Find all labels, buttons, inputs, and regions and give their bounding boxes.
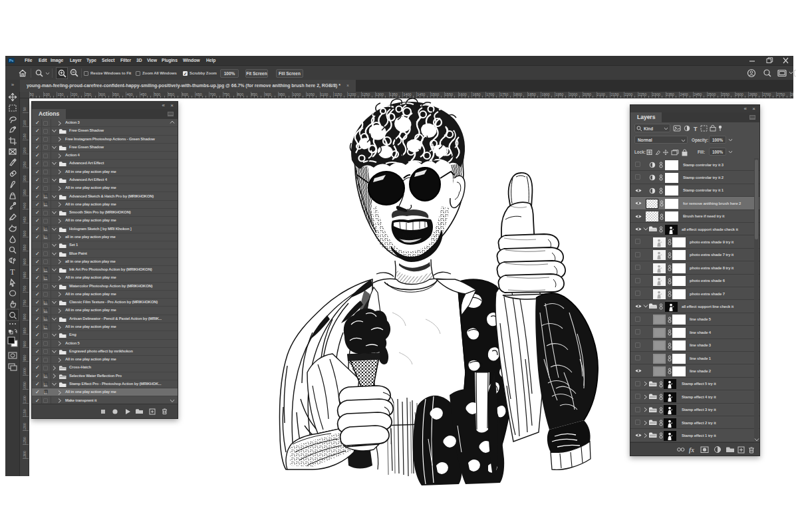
svg-text:fx: fx [689, 447, 694, 454]
svg-text:T: T [694, 126, 698, 132]
